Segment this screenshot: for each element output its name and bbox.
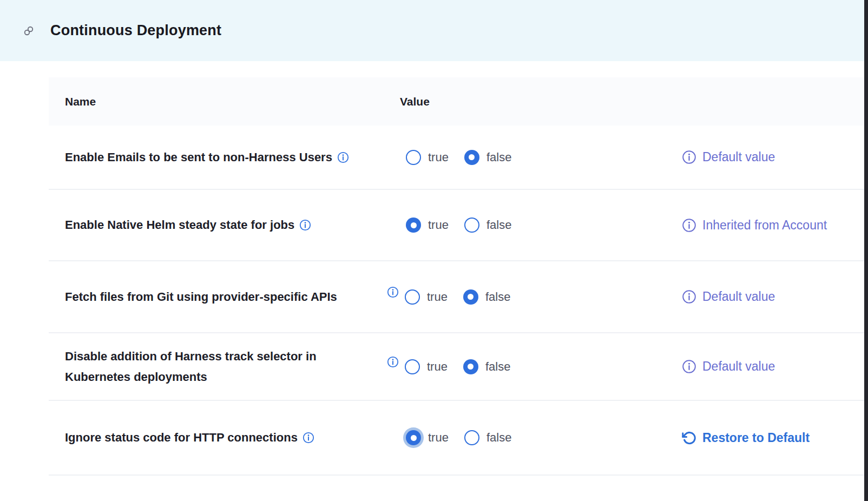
status-label: Inherited from Account bbox=[702, 216, 827, 234]
radio-true-label: true bbox=[428, 150, 449, 164]
radio-true[interactable] bbox=[405, 289, 420, 305]
status-label: Default value bbox=[702, 288, 775, 306]
settings-row: Fetch files from Git using provider-spec… bbox=[49, 261, 864, 333]
radio-true-label: true bbox=[428, 431, 449, 445]
radio-true[interactable] bbox=[406, 430, 421, 445]
table-body: Enable Emails to be sent to non-Harness … bbox=[49, 126, 864, 476]
column-header-value: Value bbox=[387, 95, 682, 108]
info-icon[interactable] bbox=[337, 151, 349, 163]
status-label: Default value bbox=[702, 358, 775, 375]
setting-value-cell: true false bbox=[387, 359, 682, 374]
radio-false-label: false bbox=[485, 360, 510, 374]
radio-false[interactable] bbox=[464, 430, 479, 445]
setting-value-cell: true false bbox=[387, 430, 682, 445]
radio-option-false[interactable]: false bbox=[464, 150, 511, 165]
table-header-row: Name Value bbox=[49, 77, 864, 126]
radio-option-false[interactable]: false bbox=[464, 217, 511, 233]
setting-status-cell: Default value bbox=[682, 288, 864, 306]
radio-false-label: false bbox=[485, 290, 510, 304]
settings-row: Enable Emails to be sent to non-Harness … bbox=[49, 126, 864, 190]
radio-false-label: false bbox=[486, 431, 511, 445]
settings-row: Enable Native Helm steady state for jobs… bbox=[49, 190, 864, 261]
setting-label: Ignore status code for HTTP connections bbox=[65, 431, 298, 444]
radio-option-true[interactable]: true bbox=[406, 150, 449, 165]
setting-value-cell: true false bbox=[387, 217, 682, 233]
radio-true-label: true bbox=[427, 290, 448, 304]
setting-name-cell: Fetch files from Git using provider-spec… bbox=[49, 287, 387, 307]
restore-to-default-button[interactable]: Restore to Default bbox=[682, 429, 864, 447]
radio-true[interactable] bbox=[405, 359, 420, 374]
link-icon[interactable] bbox=[23, 25, 35, 37]
setting-label: Fetch files from Git using provider-spec… bbox=[65, 290, 337, 304]
dark-edge-strip bbox=[864, 0, 868, 501]
setting-name-cell: Ignore status code for HTTP connections bbox=[49, 427, 387, 448]
settings-row: Disable addition of Harness track select… bbox=[49, 333, 864, 401]
radio-option-false[interactable]: false bbox=[463, 289, 510, 305]
setting-label: Enable Native Helm steady state for jobs bbox=[65, 218, 294, 232]
setting-value-cell: true false bbox=[387, 150, 682, 165]
settings-page: Continuous Deployment Name Value Enable … bbox=[0, 0, 868, 501]
radio-false-label: false bbox=[486, 150, 511, 164]
info-icon[interactable] bbox=[682, 218, 696, 233]
setting-status-cell: Default value bbox=[682, 148, 864, 166]
restore-icon[interactable] bbox=[682, 431, 696, 445]
radio-option-false[interactable]: false bbox=[463, 359, 510, 374]
info-icon[interactable] bbox=[682, 150, 696, 164]
radio-true[interactable] bbox=[406, 217, 421, 233]
setting-label: Disable addition of Harness track select… bbox=[65, 350, 317, 384]
radio-option-false[interactable]: false bbox=[464, 430, 511, 445]
radio-true-label: true bbox=[428, 218, 449, 232]
radio-true-label: true bbox=[427, 360, 448, 374]
setting-value-cell: true false bbox=[387, 289, 682, 305]
radio-false-label: false bbox=[486, 218, 511, 232]
info-icon[interactable] bbox=[303, 432, 314, 444]
radio-true[interactable] bbox=[406, 150, 421, 165]
status-label: Default value bbox=[702, 148, 775, 166]
status-label: Restore to Default bbox=[702, 429, 810, 447]
settings-row: Ignore status code for HTTP connections … bbox=[49, 401, 864, 476]
info-icon[interactable] bbox=[682, 289, 696, 304]
setting-status-cell: Default value bbox=[682, 358, 864, 375]
settings-table: Name Value Enable Emails to be sent to n… bbox=[49, 77, 864, 476]
setting-name-cell: Enable Native Helm steady state for jobs bbox=[49, 215, 387, 235]
radio-false[interactable] bbox=[463, 359, 478, 374]
setting-name-cell: Enable Emails to be sent to non-Harness … bbox=[49, 147, 387, 168]
radio-option-true[interactable]: true bbox=[406, 430, 449, 445]
section-title: Continuous Deployment bbox=[50, 22, 221, 39]
radio-false[interactable] bbox=[464, 217, 479, 233]
info-icon[interactable] bbox=[682, 359, 696, 374]
info-icon[interactable] bbox=[387, 286, 399, 298]
info-icon[interactable] bbox=[387, 356, 399, 368]
column-header-name: Name bbox=[49, 95, 387, 108]
radio-option-true[interactable]: true bbox=[405, 289, 448, 305]
setting-name-cell: Disable addition of Harness track select… bbox=[49, 346, 387, 387]
setting-label: Enable Emails to be sent to non-Harness … bbox=[65, 150, 332, 164]
radio-option-true[interactable]: true bbox=[405, 359, 448, 374]
radio-option-true[interactable]: true bbox=[406, 217, 449, 233]
section-header: Continuous Deployment bbox=[0, 0, 868, 61]
setting-status-cell: Inherited from Account bbox=[682, 216, 864, 234]
radio-false[interactable] bbox=[464, 150, 479, 165]
radio-false[interactable] bbox=[463, 289, 478, 305]
info-icon[interactable] bbox=[299, 219, 311, 231]
